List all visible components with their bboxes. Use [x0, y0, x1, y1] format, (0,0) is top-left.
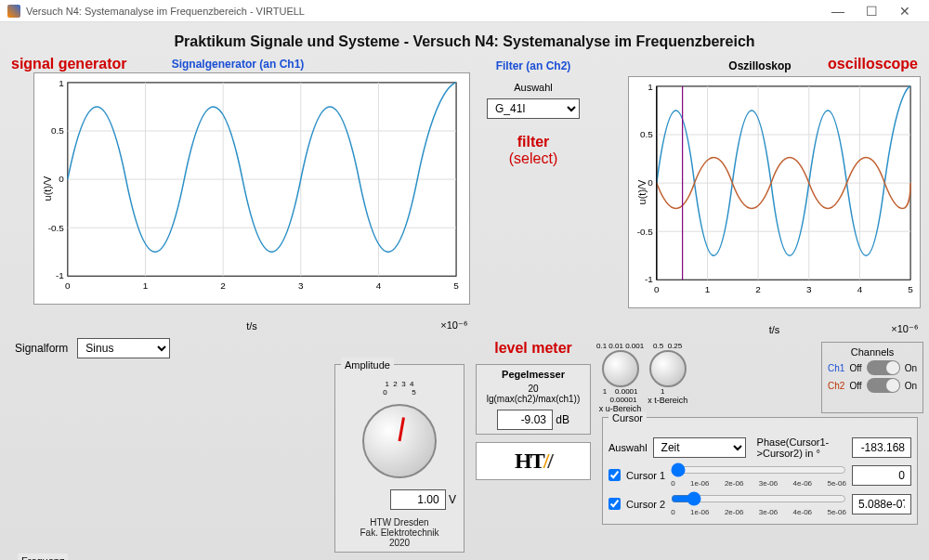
pegel-value	[497, 410, 553, 430]
amplitude-input[interactable]	[390, 489, 446, 510]
os-xlabel: t/s	[769, 324, 780, 335]
channels-title: Channels	[828, 346, 917, 358]
cursor1-checkbox[interactable]	[608, 469, 621, 481]
svg-text:3: 3	[806, 284, 812, 294]
sg-exp: ×10⁻⁶	[440, 319, 467, 332]
titlebar: Versuch N4: Systemanalyse im Frequenzber…	[0, 0, 929, 22]
annotation-oscilloscope: oscilloscope	[828, 56, 918, 72]
annotation-level-meter: level meter	[470, 340, 596, 357]
amplitude-group-title: Amplitude	[341, 358, 394, 372]
pegel-unit: dB	[556, 413, 569, 426]
pegel-formula: 20 lg(max(ch2)/max(ch1))	[480, 384, 586, 404]
cursor-group: Cursor Auswahl Zeit Phase(Cursor1->Curso…	[602, 417, 918, 525]
ch1-label: Ch1	[828, 363, 844, 373]
frequenz-group-title: Frequenz	[18, 553, 68, 560]
phase-value	[852, 437, 911, 458]
amplitude-unit: V	[449, 493, 456, 506]
main-title: Praktikum Signale und Systeme - Versuch …	[6, 28, 923, 58]
svg-text:-0.5: -0.5	[637, 227, 654, 237]
svg-text:0.5: 0.5	[51, 125, 64, 136]
credits: HTW DresdenFak. Elektrotechnik2020	[335, 514, 464, 552]
cursor-auswahl-select[interactable]: Zeit	[653, 437, 746, 458]
pegelmesser-title: Pegelmesser	[480, 369, 586, 380]
pegelmesser-group: Pegelmesser 20 lg(max(ch2)/max(ch1)) dB	[476, 364, 591, 435]
x-t-caption: x t-Bereich	[648, 396, 687, 405]
oscilloscope-plot: u(t)/V t/s ×10⁻⁶	[628, 76, 921, 308]
amplitude-knob[interactable]	[362, 404, 437, 478]
annotation-select: (select)	[470, 150, 596, 167]
filter-select[interactable]: G_41I	[487, 98, 580, 119]
signalform-label: Signalform	[15, 342, 68, 355]
svg-text:1: 1	[143, 280, 149, 291]
cursor2-label: Cursor 2	[626, 499, 665, 510]
cursor-auswahl-label: Auswahl	[608, 442, 648, 453]
annotation-signal-generator: signal generator	[11, 56, 126, 72]
cursor1-slider[interactable]	[671, 462, 846, 477]
svg-text:1: 1	[648, 82, 653, 92]
svg-text:0: 0	[65, 280, 71, 291]
cursor2-value[interactable]	[852, 494, 911, 514]
cursor2-slider[interactable]	[671, 491, 846, 506]
filter-panel-title: Filter (an Ch2)	[470, 58, 596, 74]
svg-text:3: 3	[298, 280, 304, 291]
svg-text:4: 4	[857, 284, 863, 294]
os-ylabel: u(t)/V	[636, 180, 648, 205]
cursor1-value[interactable]	[852, 465, 911, 486]
x-u-range-knob[interactable]	[602, 350, 639, 387]
svg-text:2: 2	[755, 284, 761, 294]
app-icon	[7, 5, 20, 18]
maximize-button[interactable]: ☐	[855, 4, 888, 19]
channels-group: Channels Ch1OffOn Ch2OffOn	[821, 342, 923, 413]
svg-text:-1: -1	[56, 270, 64, 280]
amplitude-group: Amplitude 1 2 3 40 5 V HTW DresdenFak. E…	[334, 364, 464, 553]
sg-xlabel: t/s	[246, 320, 257, 332]
svg-text:-0.5: -0.5	[48, 223, 65, 233]
svg-text:-1: -1	[645, 274, 653, 284]
signalform-select[interactable]: Sinus	[77, 338, 170, 358]
cursor1-label: Cursor 1	[626, 470, 665, 481]
annotation-filter: filter	[470, 134, 596, 150]
left-panel-title: Signalgenerator (an Ch1)	[168, 56, 308, 72]
window-title: Versuch N4: Systemanalyse im Frequenzber…	[26, 6, 305, 17]
ch2-toggle[interactable]	[867, 378, 900, 393]
svg-text:0: 0	[648, 177, 653, 188]
cursor-title: Cursor	[608, 412, 647, 423]
minimize-button[interactable]: —	[821, 4, 855, 19]
ch1-toggle[interactable]	[867, 360, 900, 375]
x-t-range-knob[interactable]	[649, 350, 687, 387]
svg-text:1: 1	[705, 284, 711, 294]
svg-text:5: 5	[453, 280, 459, 291]
sg-ylabel: u(t)/V	[42, 176, 53, 202]
phase-label: Phase(Cursor1->Cursor2) in °	[757, 436, 846, 459]
svg-text:4: 4	[376, 280, 382, 291]
htw-logo: HT//	[476, 442, 591, 480]
cursor2-checkbox[interactable]	[608, 498, 621, 510]
svg-text:0.5: 0.5	[640, 129, 653, 139]
filter-auswahl-label: Auswahl	[470, 82, 596, 93]
signal-generator-plot: u(t)/V t/s ×10⁻⁶ -1-0.500.51	[33, 72, 470, 305]
close-button[interactable]: ✕	[888, 4, 922, 19]
svg-text:1: 1	[59, 78, 64, 88]
os-exp: ×10⁻⁶	[891, 323, 918, 335]
svg-text:0: 0	[59, 174, 64, 184]
ch2-label: Ch2	[828, 381, 844, 391]
svg-text:5: 5	[908, 284, 913, 294]
svg-text:2: 2	[220, 280, 226, 291]
svg-text:0: 0	[654, 284, 660, 294]
